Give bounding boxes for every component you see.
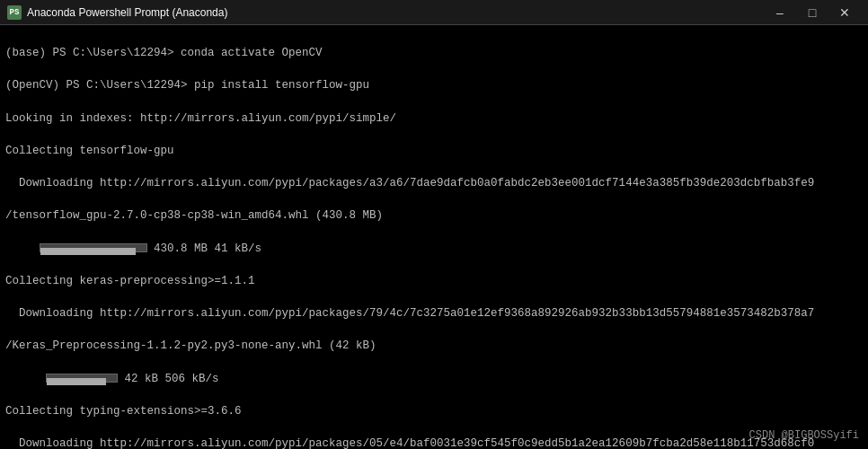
terminal-line: /tensorflow_gpu-2.7.0-cp38-cp38-win_amd6… <box>5 207 863 224</box>
window-controls: – □ ✕ <box>764 0 861 25</box>
terminal-line: Downloading http://mirrors.aliyun.com/py… <box>5 175 863 191</box>
terminal-line: Collecting keras-preprocessing>=1.1.1 <box>5 273 863 289</box>
maximize-button[interactable]: □ <box>796 0 828 25</box>
app-icon: PS <box>7 5 22 20</box>
terminal-line: Looking in indexes: http://mirrors.aliyu… <box>5 110 863 127</box>
terminal-line: (OpenCV) PS C:\Users\12294> pip install … <box>5 77 863 93</box>
close-button[interactable]: ✕ <box>828 0 861 25</box>
terminal-line-collecting-1: Collecting tensorflow-gpu <box>5 143 863 159</box>
watermark: CSDN @BIGBOSSyifi <box>749 429 859 442</box>
terminal-wrapper: (base) PS C:\Users\12294> conda activate… <box>0 25 868 449</box>
window-title: Anaconda Powershell Prompt (Anaconda) <box>27 6 227 19</box>
terminal-line-progress-2: 42 kB 506 kB/s <box>5 371 863 387</box>
terminal-line: (base) PS C:\Users\12294> conda activate… <box>5 45 863 61</box>
terminal-line-progress-1: 430.8 MB 41 kB/s <box>5 241 863 257</box>
terminal-line: Downloading http://mirrors.aliyun.com/py… <box>5 436 863 449</box>
title-bar-left: PS Anaconda Powershell Prompt (Anaconda) <box>7 5 227 20</box>
terminal-line: /Keras_Preprocessing-1.1.2-py2.py3-none-… <box>5 338 863 354</box>
terminal-line: Collecting typing-extensions>=3.6.6 <box>5 403 863 419</box>
terminal[interactable]: (base) PS C:\Users\12294> conda activate… <box>0 25 868 449</box>
minimize-button[interactable]: – <box>764 0 796 25</box>
title-bar: PS Anaconda Powershell Prompt (Anaconda)… <box>0 0 868 25</box>
terminal-line: Downloading http://mirrors.aliyun.com/py… <box>5 305 863 321</box>
